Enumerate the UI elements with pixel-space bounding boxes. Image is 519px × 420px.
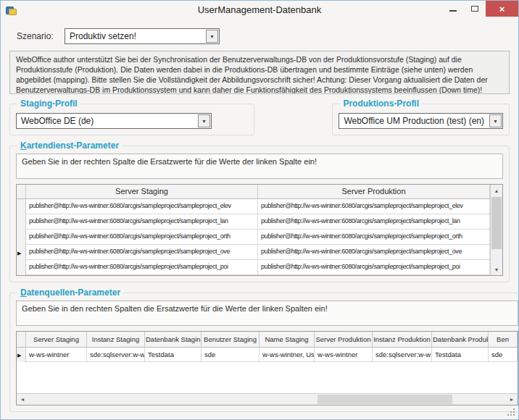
table-row-current[interactable]: ▶ publisher@http://w-ws-wintner:6080/arc… <box>17 245 502 260</box>
column-header[interactable]: Datenbank Produk <box>432 332 489 348</box>
column-header[interactable]: Instanz Produktion <box>373 332 432 348</box>
scrollbar-thumb[interactable] <box>491 197 502 249</box>
column-header[interactable]: Instanz Staging <box>87 332 145 348</box>
production-profile-combobox[interactable]: WebOffice UM Production (test) (en) ▼ <box>339 113 503 129</box>
cell-server-staging[interactable]: publisher@http://w-ws-wintner:6080/arcgi… <box>26 214 258 230</box>
row-selector-current[interactable]: ▶ <box>17 348 26 362</box>
cell[interactable]: sde <box>489 348 518 362</box>
cell-server-produktion[interactable]: publisher@http://w-ws-wintner:6080/arcgi… <box>258 199 490 214</box>
row-selector[interactable] <box>17 230 26 245</box>
column-header[interactable]: Datenbank Stagin <box>145 332 202 348</box>
datasource-instruction: Geben Sie in den rechten Spalten die Ers… <box>16 301 518 326</box>
horizontal-scrollbar[interactable]: ◄ ► <box>17 393 518 405</box>
maximize-button[interactable] <box>464 1 486 17</box>
datasource-params-group: Datenquellen-Parameter Geben Sie in den … <box>9 287 519 412</box>
minimize-icon <box>449 10 457 12</box>
production-profile-group: Produktions-Profil WebOffice UM Producti… <box>332 98 510 135</box>
datasource-grid-header: Server Staging Instanz Staging Datenbank… <box>17 332 518 348</box>
cell-server-produktion[interactable]: publisher@http://w-ws-wintner:6080/arcgi… <box>258 260 490 275</box>
mapservice-instruction: Geben Sie in der rechten Spalte die Ersa… <box>16 154 503 179</box>
cell[interactable]: Testdata <box>432 348 489 362</box>
staging-profile-group: Staging-Profil WebOffice DE (de) ▼ <box>9 98 254 135</box>
vertical-scrollbar[interactable]: ▲ ▼ <box>490 185 502 275</box>
scenario-value: Produktiv setzen! <box>65 29 205 43</box>
scenario-row: Szenario: Produktiv setzen! ▼ <box>17 28 510 44</box>
column-header-server-produktion[interactable]: Server Produktion <box>258 185 490 199</box>
column-header[interactable]: Server Produktion <box>315 332 373 348</box>
scenario-dropdown-button[interactable]: ▼ <box>206 30 218 43</box>
staging-profile-combobox[interactable]: WebOffice DE (de) ▼ <box>16 113 212 129</box>
column-header-server-staging[interactable]: Server Staging <box>26 185 258 199</box>
production-profile-value: WebOffice UM Production (test) (en) <box>339 114 489 128</box>
current-row-icon: ▶ <box>17 250 21 255</box>
cell[interactable]: w-ws-wintner, Us <box>260 348 315 362</box>
production-profile-label: Produktions-Profil <box>340 98 422 109</box>
staging-profile-dropdown-button[interactable]: ▼ <box>198 114 210 127</box>
cell-server-staging[interactable]: publisher@http://w-ws-wintner:6080/arcgi… <box>26 260 258 275</box>
column-header[interactable]: Name Staging <box>260 332 315 348</box>
table-row[interactable]: publisher@http://w-ws-wintner:6080/arcgi… <box>17 214 502 230</box>
mapservice-grid-body: publisher@http://w-ws-wintner:6080/arcgi… <box>17 199 502 275</box>
staging-profile-value: WebOffice DE (de) <box>17 114 197 128</box>
row-header-corner <box>17 185 26 199</box>
cell-server-staging[interactable]: publisher@http://w-ws-wintner:6080/arcgi… <box>26 199 258 214</box>
cell[interactable]: w-ws-wintner <box>26 348 87 362</box>
table-row[interactable]: publisher@http://w-ws-wintner:6080/arcgi… <box>17 199 502 214</box>
row-selector[interactable] <box>17 260 26 275</box>
mapservice-params-label: Kartendienst-Parameter <box>17 140 122 151</box>
cell-server-staging[interactable]: publisher@http://w-ws-wintner:6080/arcgi… <box>26 245 258 260</box>
cell-server-produktion[interactable]: publisher@http://w-ws-wintner:6080/arcgi… <box>258 245 490 260</box>
cell[interactable]: sde:sqlserver:w-w <box>87 348 145 362</box>
row-header-corner <box>17 332 26 348</box>
column-header[interactable]: Benutzer Staging <box>202 332 260 348</box>
datasource-grid: Server Staging Instanz Staging Datenbank… <box>16 331 518 406</box>
cell[interactable]: Testdata <box>145 348 202 362</box>
row-selector[interactable] <box>17 199 26 214</box>
staging-profile-label: Staging-Profil <box>17 98 80 109</box>
dialog-client: Szenario: Produktiv setzen! ▼ WebOffice … <box>1 20 518 420</box>
column-header[interactable]: Ben <box>489 332 518 348</box>
scroll-down-icon[interactable]: ▼ <box>491 264 502 275</box>
window-controls: × <box>442 1 518 17</box>
scroll-right-icon[interactable]: ► <box>506 394 518 405</box>
cell[interactable]: w-ws-wintner <box>315 348 373 362</box>
scenario-combobox[interactable]: Produktiv setzen! ▼ <box>65 28 220 44</box>
titlebar: UserManagement-Datenbank × <box>1 1 518 20</box>
column-header[interactable]: Server Staging <box>26 332 87 348</box>
window-title: UserManagement-Datenbank <box>1 4 518 15</box>
chevron-down-icon: ▼ <box>202 119 207 124</box>
table-row[interactable]: publisher@http://w-ws-wintner:6080/arcgi… <box>17 230 502 245</box>
scroll-up-icon[interactable]: ▲ <box>491 185 502 196</box>
chevron-down-icon: ▼ <box>209 34 215 39</box>
mapservice-params-group: Kartendienst-Parameter Geben Sie in der … <box>9 140 510 282</box>
cell-server-staging[interactable]: publisher@http://w-ws-wintner:6080/arcgi… <box>26 230 258 245</box>
cell[interactable]: sde:sqlserver:w-w <box>373 348 432 362</box>
dialog-window: UserManagement-Datenbank × Szenario: Pro… <box>0 0 519 420</box>
cell-server-produktion[interactable]: publisher@http://w-ws-wintner:6080/arcgi… <box>258 230 490 245</box>
mapservice-grid: Server Staging Server Produktion publish… <box>16 184 503 276</box>
chevron-down-icon: ▼ <box>493 119 498 124</box>
minimize-button[interactable] <box>442 1 464 17</box>
scrollbar-thumb[interactable] <box>317 395 453 404</box>
close-icon: × <box>499 4 505 14</box>
scroll-left-icon[interactable]: ◄ <box>17 394 28 405</box>
resize-grip-icon[interactable] <box>513 414 515 416</box>
production-profile-dropdown-button[interactable]: ▼ <box>489 114 502 127</box>
row-selector-current[interactable]: ▶ <box>17 245 26 260</box>
close-button[interactable]: × <box>486 1 518 17</box>
description-panel: WebOffice author unterstützt Sie bei der… <box>9 51 510 94</box>
row-selector[interactable] <box>17 214 26 230</box>
datasource-params-label: Datenquellen-Parameter <box>17 287 123 298</box>
cell-server-produktion[interactable]: publisher@http://w-ws-wintner:6080/arcgi… <box>258 214 490 230</box>
current-row-icon: ▶ <box>17 353 21 358</box>
table-row[interactable]: publisher@http://w-ws-wintner:6080/arcgi… <box>17 260 502 275</box>
cell[interactable]: sde <box>202 348 260 362</box>
profiles-row: Staging-Profil WebOffice DE (de) ▼ Produ… <box>9 98 510 135</box>
scenario-label: Szenario: <box>17 31 65 41</box>
table-row-current[interactable]: ▶ w-ws-wintner sde:sqlserver:w-w Testdat… <box>17 348 518 362</box>
mapservice-grid-header: Server Staging Server Produktion <box>17 185 502 199</box>
maximize-icon <box>471 6 478 12</box>
